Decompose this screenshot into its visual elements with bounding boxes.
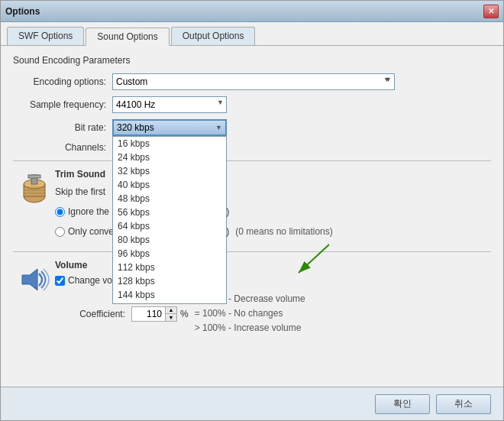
bitrate-option[interactable]: 32 kbps xyxy=(113,164,226,178)
dropdown-arrow-icon: ▼ xyxy=(215,124,222,131)
only-hint: (0 means no limitations) xyxy=(235,226,332,237)
trim-sound-icon xyxy=(18,172,51,206)
bitrate-option[interactable]: 40 kbps xyxy=(113,178,226,192)
coeff-spinner: ▲ ▼ xyxy=(166,306,177,322)
bitrate-option[interactable]: 56 kbps xyxy=(113,206,226,219)
title-bar: Options ✕ xyxy=(1,1,503,22)
tab-output[interactable]: Output Options xyxy=(171,27,256,45)
tab-sound[interactable]: Sound Options xyxy=(86,28,169,46)
bitrate-option[interactable]: 64 kbps xyxy=(113,219,226,233)
spinner-up-button[interactable]: ▲ xyxy=(166,307,176,314)
encoding-select[interactable]: Custom xyxy=(112,73,395,90)
cancel-button[interactable]: 취소 xyxy=(436,394,491,414)
bitrate-option[interactable]: 144 kbps xyxy=(113,288,226,302)
change-volume-checkbox[interactable] xyxy=(55,276,65,286)
volume-section: Volume Change volume Coefficient: ▲ ▼ % xyxy=(13,260,491,339)
bitrate-option[interactable]: 128 kbps xyxy=(113,274,226,288)
bitrate-option[interactable]: 96 kbps xyxy=(113,247,226,261)
bitrate-row: Bit rate: 320 kbps ▼ 16 kbps 24 kbps 32 … xyxy=(13,119,491,136)
bitrate-option[interactable]: 48 kbps xyxy=(113,192,226,206)
svg-rect-4 xyxy=(28,175,40,178)
channels-row: Channels: xyxy=(13,142,491,153)
pct-label: % xyxy=(180,309,189,319)
bitrate-option[interactable]: 24 kbps xyxy=(113,151,226,164)
divider-2 xyxy=(13,251,491,252)
trim-icon-area xyxy=(13,172,55,206)
channels-label: Channels: xyxy=(13,142,112,153)
trim-section: Trim Sound Skip the first nd(s) Ignore t… xyxy=(13,169,491,244)
coeff-input[interactable] xyxy=(131,306,166,322)
bitrate-option[interactable]: 80 kbps xyxy=(113,233,226,247)
bitrate-dropdown-list[interactable]: 16 kbps 24 kbps 32 kbps 40 kbps 48 kbps … xyxy=(112,136,227,304)
sample-row: Sample frequency: 44100 Hz ▼ xyxy=(13,96,491,113)
bitrate-option[interactable]: 160 kbps xyxy=(113,302,226,304)
sample-label: Sample frequency: xyxy=(13,99,112,110)
volume-icon-area xyxy=(13,263,55,296)
volume-icon xyxy=(18,263,51,296)
coeff-label: Coefficient: xyxy=(55,309,131,319)
bitrate-value: 320 kbps xyxy=(117,122,154,133)
tab-bar: SWF Options Sound Options Output Options xyxy=(1,22,503,46)
spinner-down-button[interactable]: ▼ xyxy=(166,314,176,321)
section-encoding-title: Sound Encoding Parameters xyxy=(13,55,491,66)
sample-select[interactable]: 44100 Hz xyxy=(112,96,227,113)
svg-marker-10 xyxy=(22,269,37,290)
close-button[interactable]: ✕ xyxy=(483,5,499,18)
options-window: Options ✕ SWF Options Sound Options Outp… xyxy=(0,0,504,421)
encoding-options-row: Encoding options: Custom ▼ xyxy=(13,73,491,90)
only-radio[interactable] xyxy=(55,227,65,237)
ok-button[interactable]: 확인 xyxy=(375,394,430,414)
tab-swf[interactable]: SWF Options xyxy=(7,27,84,45)
bitrate-option[interactable]: 112 kbps xyxy=(113,261,226,274)
hint-line3: > 100% - Increase volume xyxy=(195,321,305,335)
encoding-label: Encoding options: xyxy=(13,76,112,87)
hint-line2: = 100% - No changes xyxy=(195,306,305,321)
content-area: Sound Encoding Parameters Encoding optio… xyxy=(1,46,503,387)
bitrate-dropdown-selected[interactable]: 320 kbps ▼ xyxy=(112,119,227,136)
bitrate-option[interactable]: 16 kbps xyxy=(113,137,226,151)
encoding-select-wrapper: Custom ▼ xyxy=(112,73,395,90)
window-title: Options xyxy=(5,6,40,17)
bitrate-label: Bit rate: xyxy=(13,122,112,133)
divider-1 xyxy=(13,160,491,161)
ignore-radio[interactable] xyxy=(55,207,65,217)
footer: 확인 취소 xyxy=(1,387,503,420)
